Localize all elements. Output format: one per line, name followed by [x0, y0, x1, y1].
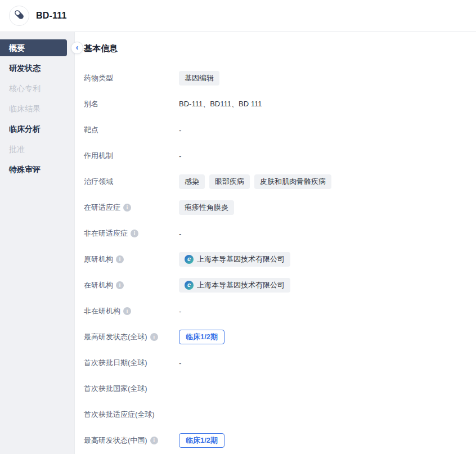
- field-label-text: 最高研发状态(全球): [84, 332, 147, 342]
- info-row: 非在研机构i-: [84, 304, 462, 318]
- field-value-text: -: [179, 359, 181, 367]
- field-label-text: 别名: [84, 99, 98, 109]
- drug-avatar: [9, 6, 29, 26]
- field-label-text: 在研机构: [84, 280, 113, 290]
- sidebar-item-overview[interactable]: 概要: [0, 39, 67, 56]
- field-label: 在研适应症i: [84, 203, 179, 213]
- info-row: 首次获批日期(全球)-: [84, 356, 462, 370]
- field-label: 首次获批日期(全球): [84, 358, 179, 368]
- organization-name: 上海本导基因技术有限公司: [197, 281, 285, 290]
- field-label-text: 治疗领域: [84, 177, 113, 187]
- value-tag[interactable]: 感染: [179, 174, 205, 189]
- value-tag[interactable]: 基因编辑: [179, 71, 219, 86]
- info-row: 最高研发状态(中国)i临床1/2期: [84, 433, 462, 448]
- page-header: BD-111: [0, 0, 476, 32]
- body-layout: 概要研发状态核心专利临床结果临床分析批准特殊审评 基本信息 药物类型基因编辑别名…: [0, 32, 476, 454]
- field-value-text: BD-111、BD111、BD 111: [179, 99, 262, 109]
- sidebar-item-clinical-results: 临床结果: [0, 100, 74, 117]
- field-values: 疱疹性角膜炎: [179, 200, 234, 215]
- field-label-text: 作用机制: [84, 151, 113, 161]
- field-values: 感染眼部疾病皮肤和肌肉骨骼疾病: [179, 174, 331, 189]
- info-row: 别名BD-111、BD111、BD 111: [84, 97, 462, 111]
- field-label: 原研机构i: [84, 254, 179, 264]
- organization-name: 上海本导基因技术有限公司: [197, 255, 285, 264]
- info-icon[interactable]: i: [123, 307, 131, 315]
- organization-tag[interactable]: e上海本导基因技术有限公司: [179, 252, 290, 267]
- field-label: 首次获批适应症(全球): [84, 410, 179, 420]
- info-icon[interactable]: i: [116, 281, 124, 289]
- field-values: 临床1/2期: [179, 433, 224, 448]
- info-row: 首次获批国家(全球): [84, 381, 462, 396]
- field-label: 药物类型: [84, 73, 179, 83]
- field-label: 别名: [84, 99, 179, 109]
- field-label-text: 首次获批日期(全球): [84, 358, 147, 368]
- field-values: -: [179, 152, 181, 160]
- field-label-text: 靶点: [84, 125, 98, 135]
- field-label-text: 首次获批适应症(全球): [84, 410, 155, 420]
- info-row: 在研机构ie上海本导基因技术有限公司: [84, 278, 462, 293]
- sidebar-nav: 概要研发状态核心专利临床结果临床分析批准特殊审评: [0, 32, 74, 454]
- field-label-text: 非在研机构: [84, 306, 120, 316]
- info-row: 首次获批适应症(全球): [84, 407, 462, 422]
- info-row: 药物类型基因编辑: [84, 71, 462, 86]
- info-row: 治疗领域感染眼部疾病皮肤和肌肉骨骼疾病: [84, 174, 462, 189]
- field-values: 基因编辑: [179, 71, 219, 86]
- info-row: 非在研适应症i-: [84, 226, 462, 241]
- dev-status-tag[interactable]: 临床1/2期: [179, 433, 224, 448]
- sidebar-collapse-button[interactable]: ‹: [71, 42, 83, 54]
- field-values: -: [179, 230, 181, 238]
- value-tag[interactable]: 疱疹性角膜炎: [179, 200, 234, 215]
- field-label-text: 首次获批国家(全球): [84, 384, 147, 394]
- org-logo-icon: e: [185, 281, 194, 290]
- page-title: BD-111: [36, 11, 67, 21]
- field-label: 治疗领域: [84, 177, 179, 187]
- field-value-text: -: [179, 126, 181, 134]
- field-label: 靶点: [84, 125, 179, 135]
- sidebar-item-clinical-analysis[interactable]: 临床分析: [0, 120, 74, 137]
- info-row: 靶点-: [84, 123, 462, 137]
- sidebar-item-special-review[interactable]: 特殊审评: [0, 161, 74, 178]
- sidebar-item-core-patents: 核心专利: [0, 80, 74, 97]
- info-icon[interactable]: i: [150, 333, 158, 341]
- field-label: 在研机构i: [84, 280, 179, 290]
- info-icon[interactable]: i: [150, 437, 158, 444]
- field-values: BD-111、BD111、BD 111: [179, 99, 262, 109]
- chevron-left-icon: ‹: [76, 43, 79, 51]
- info-row: 在研适应症i疱疹性角膜炎: [84, 200, 462, 215]
- field-values: -: [179, 307, 181, 316]
- field-value-text: -: [179, 230, 181, 238]
- main-content: 基本信息 药物类型基因编辑别名BD-111、BD111、BD 111靶点-作用机…: [74, 32, 476, 454]
- org-logo-icon: e: [185, 255, 194, 264]
- field-label-text: 在研适应症: [84, 203, 120, 213]
- field-label: 首次获批国家(全球): [84, 384, 179, 394]
- info-row: 作用机制-: [84, 149, 462, 163]
- field-values: 临床1/2期: [179, 330, 224, 344]
- field-label-text: 非在研适应症: [84, 228, 128, 239]
- info-icon[interactable]: i: [131, 230, 138, 237]
- field-label: 非在研机构i: [84, 306, 179, 316]
- field-label-text: 最高研发状态(中国): [84, 435, 147, 446]
- field-label-text: 药物类型: [84, 73, 113, 83]
- field-values: e上海本导基因技术有限公司: [179, 278, 290, 293]
- field-values: -: [179, 126, 181, 134]
- sidebar-item-approval: 批准: [0, 141, 74, 158]
- info-icon[interactable]: i: [116, 255, 124, 263]
- value-tag[interactable]: 眼部疾病: [209, 174, 250, 189]
- info-icon[interactable]: i: [123, 204, 131, 212]
- organization-tag[interactable]: e上海本导基因技术有限公司: [179, 278, 290, 293]
- field-value-text: -: [179, 152, 181, 160]
- field-label-text: 原研机构: [84, 254, 113, 264]
- section-title: 基本信息: [84, 43, 462, 54]
- field-label: 作用机制: [84, 151, 179, 161]
- info-row: 原研机构ie上海本导基因技术有限公司: [84, 252, 462, 267]
- sidebar-item-rd-status[interactable]: 研发状态: [0, 60, 74, 77]
- info-rows: 药物类型基因编辑别名BD-111、BD111、BD 111靶点-作用机制-治疗领…: [84, 71, 462, 448]
- field-label: 最高研发状态(中国)i: [84, 435, 179, 446]
- field-values: e上海本导基因技术有限公司: [179, 252, 290, 267]
- field-label: 最高研发状态(全球)i: [84, 332, 179, 342]
- field-values: -: [179, 359, 181, 367]
- dev-status-tag[interactable]: 临床1/2期: [179, 330, 224, 344]
- info-row: 最高研发状态(全球)i临床1/2期: [84, 330, 462, 344]
- drug-detail-page: BD-111 概要研发状态核心专利临床结果临床分析批准特殊审评 基本信息 药物类…: [0, 0, 476, 454]
- value-tag[interactable]: 皮肤和肌肉骨骼疾病: [254, 174, 331, 189]
